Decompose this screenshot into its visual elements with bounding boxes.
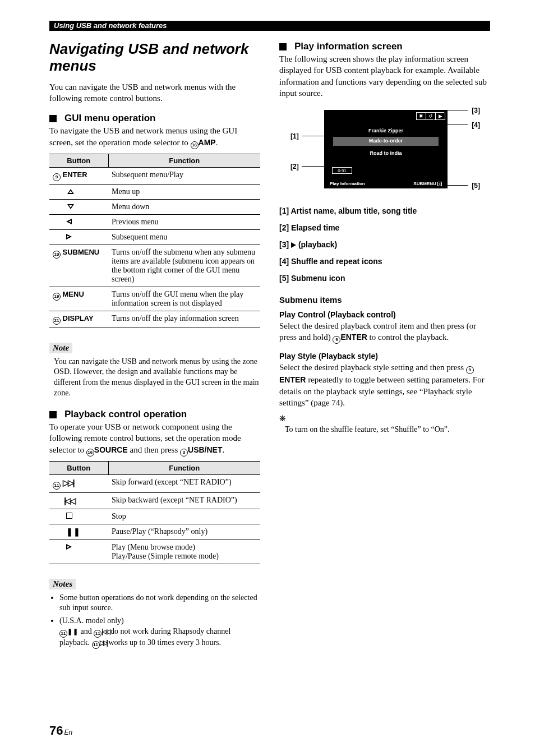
ref-circle-icon: 11: [59, 630, 67, 638]
selector-label: AMP: [199, 138, 216, 147]
button-label: ENTER: [340, 333, 367, 342]
play-style-heading: Play Style (Playback style): [279, 352, 490, 361]
callout-2: [2] Elapsed time: [279, 223, 490, 232]
pause-icon: ❚❚: [66, 527, 81, 536]
leader-line: [444, 110, 449, 110]
leader-line: [302, 136, 329, 136]
ref-circle-icon: 11: [53, 482, 61, 490]
page-number: 76En: [49, 723, 72, 738]
ref-circle-icon: 9: [333, 336, 340, 344]
play-control-text: Select the desired playback control item…: [279, 320, 490, 344]
fn-text: Menu down: [108, 199, 260, 214]
repeat-icon: ↺: [426, 113, 435, 119]
tip-icon: ❋: [279, 414, 490, 423]
square-bullet-icon: [279, 43, 287, 50]
song-row: Road to India: [324, 150, 448, 156]
fn-text: Previous menu: [108, 214, 260, 229]
play-control-heading: Play Control (Playback control): [279, 310, 490, 319]
ref-circle-icon: 16: [86, 449, 94, 457]
pause-icon: ❚❚: [67, 628, 79, 636]
gui-button-table: Button Function 9 ENTER Subsequent menu/…: [49, 154, 260, 328]
fn-text: Stop: [108, 509, 260, 524]
callout-label-4: [4]: [472, 121, 480, 129]
play-style-text: Select the desired playback style settin…: [279, 362, 490, 408]
right-arrow-icon: [66, 234, 72, 239]
list-item: Some button operations do not work depen…: [59, 593, 260, 614]
heading-play-info: Play information screen: [279, 41, 490, 52]
skip-forward-icon: ▷▷|: [100, 639, 107, 647]
submenu-icon: ≡: [437, 182, 442, 186]
shuffle-icon: ✖: [417, 113, 426, 119]
fn-text: Turns on/off the GUI menu when the play …: [108, 287, 260, 311]
leader-line: [433, 125, 468, 125]
table-row: Menu down: [49, 199, 260, 214]
play-icon: [291, 242, 296, 248]
selector-label: SOURCE: [94, 445, 128, 454]
ref-circle-icon: 10: [53, 251, 61, 259]
table-row: Menu up: [49, 184, 260, 199]
playback-button-table: Button Function 11 ▷▷| Skip forward (exc…: [49, 461, 260, 564]
fn-text: Menu up: [108, 184, 260, 199]
selector-label: USB/NET: [188, 445, 222, 454]
play-icon: [66, 544, 72, 550]
fn-text: Subsequent menu: [108, 229, 260, 245]
callout-4: [4] Shuffle and repeat icons: [279, 257, 490, 266]
table-row: 21 DISPLAY Turns on/off the play informa…: [49, 311, 260, 328]
th-button: Button: [49, 461, 108, 474]
heading-text: Play information screen: [294, 41, 403, 52]
play-info-intro: The following screen shows the play info…: [279, 53, 490, 99]
square-bullet-icon: [49, 115, 57, 122]
heading-text: GUI menu operation: [64, 113, 155, 124]
text: .: [222, 445, 224, 454]
playback-intro: To operate your USB or network component…: [49, 421, 260, 457]
left-column: Navigating USB and network menus You can…: [49, 41, 260, 651]
th-function: Function: [108, 154, 260, 167]
stop-icon: [66, 513, 72, 519]
fn-text: Skip backward (except “NET RADIO”): [108, 492, 260, 509]
button-name: SUBMENU: [63, 248, 100, 256]
status-icons: ✖ ↺ ▶: [416, 112, 445, 120]
text: and then press: [128, 445, 180, 454]
square-bullet-icon: [49, 411, 57, 418]
leader-line: [444, 110, 445, 117]
callout-5: [5] Submenu icon: [279, 274, 490, 283]
footer-label: Play Information: [330, 181, 365, 186]
page-lang: En: [63, 729, 72, 736]
table-row: ❚❚ Pause/Play (“Rhapsody” only): [49, 524, 260, 540]
text: .: [216, 138, 218, 147]
th-button: Button: [49, 154, 108, 167]
callout-list: [1] Artist name, album title, song title…: [279, 206, 490, 283]
elapsed-time: 0:51: [332, 167, 352, 174]
button-label: ENTER: [279, 375, 306, 384]
fn-text: Turns on/off the play information screen: [108, 311, 260, 328]
ref-circle-icon: 11: [94, 630, 102, 638]
callout-label-2: [2]: [290, 163, 299, 170]
skip-forward-icon: ▷▷|: [63, 478, 73, 487]
note-text: You can navigate the USB and network men…: [49, 357, 260, 399]
list-item: (U.S.A. model only) 11❚❚ and 11|◁◁ do no…: [59, 616, 260, 649]
table-row: Previous menu: [49, 214, 260, 229]
callout-label-5: [5]: [472, 182, 480, 190]
screen-mock: ✖ ↺ ▶ Frankie Zipper Made-to-order Road …: [324, 110, 448, 188]
album-row: Made-to-order: [324, 138, 448, 144]
leader-line: [302, 166, 332, 167]
fn-text: Subsequent menu/Play: [108, 167, 260, 184]
fn-text: Play (Menu browse mode) Play/Pause (Simp…: [108, 540, 260, 564]
play-info-diagram: ✖ ↺ ▶ Frankie Zipper Made-to-order Road …: [289, 103, 480, 199]
table-row: |◁◁ Skip backward (except “NET RADIO”): [49, 492, 260, 509]
down-arrow-icon: [67, 204, 74, 209]
heading-gui: GUI menu operation: [49, 113, 260, 124]
leader-line: [433, 117, 433, 125]
notes-list: Some button operations do not work depen…: [49, 593, 260, 649]
play-status-icon: ▶: [435, 113, 445, 119]
text: (U.S.A. model only): [59, 616, 124, 625]
leader-line: [449, 110, 468, 110]
page-title: Navigating USB and network menus: [49, 41, 260, 75]
ref-circle-icon: 9: [53, 173, 61, 181]
submenu-heading: Submenu items: [279, 295, 490, 305]
callout-label-1: [1]: [290, 132, 299, 140]
table-row: 10 SUBMENU Turns on/off the submenu when…: [49, 245, 260, 287]
up-arrow-icon: [67, 189, 74, 194]
note-label: Note: [49, 343, 72, 353]
ref-circle-icon: 9: [466, 366, 474, 374]
